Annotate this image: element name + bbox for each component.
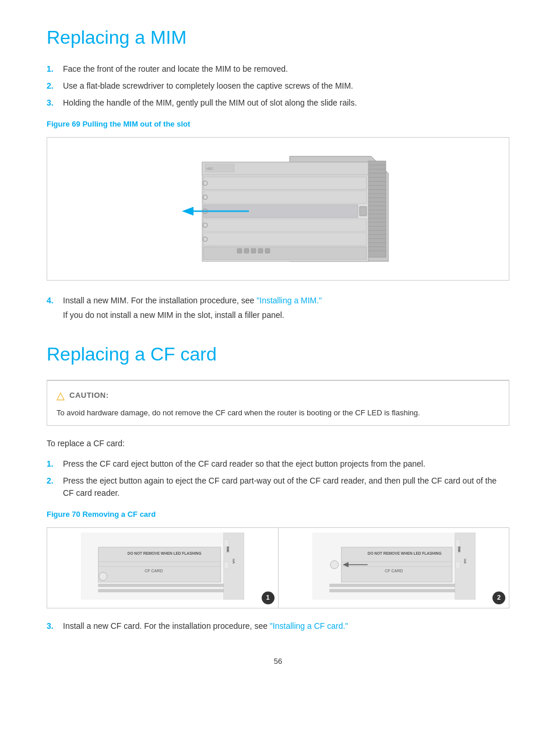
- svg-rect-37: [251, 249, 256, 253]
- step-item: 2. Press the eject button again to eject…: [47, 475, 509, 499]
- step4-text: Install a new MIM. For the installation …: [63, 295, 322, 307]
- svg-rect-65: [455, 562, 460, 569]
- svg-text:DO NOT REMOVE WHEN LED FLASHIN: DO NOT REMOVE WHEN LED FLASHING: [128, 551, 202, 555]
- step-text: Holding the handle of the MIM, gently pu…: [63, 97, 509, 109]
- svg-rect-34: [203, 247, 367, 260]
- svg-rect-36: [244, 249, 249, 253]
- cf-figure2: LINK HA DO NOT REMOVE WHEN LED FLASHING …: [279, 527, 510, 608]
- step4-number: 4.: [47, 295, 63, 307]
- intro-text: To replace a CF card:: [47, 438, 509, 450]
- figure69-svg: H3C: [167, 145, 389, 273]
- svg-rect-33: [203, 233, 367, 246]
- section2-steps: 1. Press the CF card eject button of the…: [47, 458, 509, 499]
- figure69-caption: Figure 69 Pulling the MIM out of the slo…: [47, 118, 509, 130]
- step4-block: 4. Install a new MIM. For the installati…: [47, 295, 509, 321]
- step-number: 3.: [47, 97, 63, 109]
- svg-point-57: [99, 572, 107, 580]
- caution-header: △ CAUTION:: [57, 388, 499, 404]
- figure70-caption: Figure 70 Removing a CF card: [47, 509, 509, 520]
- step-number: 1.: [47, 458, 63, 470]
- svg-rect-29: [203, 191, 367, 204]
- step-text: Press the eject button again to eject th…: [63, 475, 509, 499]
- step-item: 3. Holding the handle of the MIM, gently…: [47, 97, 509, 109]
- svg-rect-74: [329, 589, 455, 592]
- step-text: Face the front of the router and locate …: [63, 63, 509, 75]
- svg-rect-45: [360, 206, 367, 216]
- step4-text2: If you do not install a new MIM in the s…: [63, 310, 284, 320]
- section1-title: Replacing a MIM: [47, 23, 509, 51]
- svg-text:H3C: H3C: [206, 167, 214, 170]
- svg-text:HA: HA: [463, 559, 466, 564]
- svg-text:DO NOT REMOVE WHEN LED FLASHIN: DO NOT REMOVE WHEN LED FLASHING: [367, 551, 441, 555]
- step-item: 1. Press the CF card eject button of the…: [47, 458, 509, 470]
- step3-block: 3. Install a new CF card. For the instal…: [47, 620, 509, 632]
- svg-rect-39: [265, 249, 270, 253]
- step-number: 2.: [47, 80, 63, 92]
- step-item: 1. Face the front of the router and loca…: [47, 63, 509, 75]
- svg-rect-50: [224, 540, 229, 547]
- svg-point-71: [330, 561, 338, 569]
- svg-rect-51: [224, 562, 229, 569]
- svg-rect-28: [203, 177, 367, 190]
- section2-title: Replacing a CF card: [47, 340, 509, 368]
- cf-figure1: LINK HA DO NOT REMOVE WHEN LED FLASHING …: [47, 527, 279, 608]
- caution-box: △ CAUTION: To avoid hardware damage, do …: [47, 380, 509, 426]
- svg-text:CF CARD: CF CARD: [385, 569, 403, 573]
- step-number: 1.: [47, 63, 63, 75]
- svg-rect-38: [258, 249, 263, 253]
- step-text: Use a flat-blade screwdriver to complete…: [63, 80, 509, 92]
- step-text: Press the CF card eject button of the CF…: [63, 458, 509, 470]
- svg-rect-73: [329, 584, 455, 587]
- step-badge-1: 1: [262, 592, 275, 604]
- step3-number: 3.: [47, 620, 63, 632]
- caution-icon: △: [57, 388, 65, 404]
- svg-rect-58: [98, 584, 224, 587]
- caution-text: To avoid hardware damage, do not remove …: [57, 407, 499, 419]
- svg-text:HA: HA: [232, 559, 235, 564]
- step-number: 2.: [47, 475, 63, 487]
- cf-figure2-svg: LINK HA DO NOT REMOVE WHEN LED FLASHING …: [283, 533, 505, 600]
- step-item: 2. Use a flat-blade screwdriver to compl…: [47, 80, 509, 92]
- step3-text: Install a new CF card. For the installat…: [63, 620, 348, 632]
- svg-text:CF CARD: CF CARD: [145, 569, 163, 573]
- figure70-container: LINK HA DO NOT REMOVE WHEN LED FLASHING …: [47, 527, 509, 608]
- installing-mim-link[interactable]: "Installing a MIM.": [256, 296, 322, 305]
- svg-rect-32: [203, 219, 367, 232]
- svg-rect-64: [455, 540, 460, 547]
- page-number: 56: [47, 656, 509, 667]
- caution-label: CAUTION:: [69, 390, 109, 401]
- svg-rect-35: [237, 249, 242, 253]
- step-badge-2: 2: [492, 592, 505, 604]
- figure69-container: H3C: [47, 137, 509, 281]
- cf-figure1-svg: LINK HA DO NOT REMOVE WHEN LED FLASHING …: [52, 533, 273, 600]
- installing-cf-link[interactable]: "Installing a CF card.": [270, 621, 348, 631]
- section1-steps: 1. Face the front of the router and loca…: [47, 63, 509, 109]
- svg-rect-59: [98, 589, 224, 592]
